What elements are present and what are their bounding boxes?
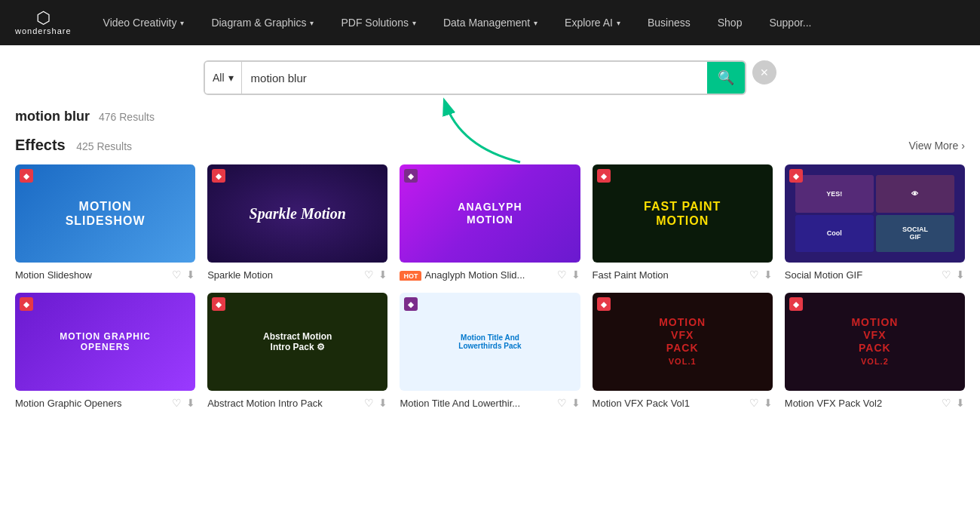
like-button[interactable]: ♡ <box>364 397 374 409</box>
search-button[interactable]: 🔍 <box>707 60 745 95</box>
card-vfx-vol2[interactable]: ◆ MOTIONVFXPACKVOL.2 Motion VFX Pack Vol… <box>785 293 965 409</box>
search-input[interactable] <box>242 72 707 84</box>
card-actions: ♡ ⬇ <box>557 397 580 409</box>
diamond-icon: ◆ <box>216 300 222 309</box>
results-header: motion blur 476 Results <box>0 103 980 128</box>
close-icon: ✕ <box>760 66 769 78</box>
search-box: All ▾ 🔍 <box>204 60 746 95</box>
like-button[interactable]: ♡ <box>749 397 759 409</box>
nav-video-creativity[interactable]: Video Creativity ▾ <box>93 0 195 45</box>
badge-icon: ◆ <box>20 169 33 183</box>
card-info: Sparkle Motion ♡ ⬇ <box>207 269 387 281</box>
like-button[interactable]: ♡ <box>172 269 182 281</box>
card-thumbnail: ◆ Abstract MotionIntro Pack ⚙ <box>207 293 387 391</box>
card-info: Fast Paint Motion ♡ ⬇ <box>593 269 773 281</box>
nav-data-management[interactable]: Data Management ▾ <box>433 0 548 45</box>
section-title-area: Effects 425 Results <box>15 137 132 154</box>
card-vfx-vol1[interactable]: ◆ MOTIONVFXPACKVOL.1 Motion VFX Pack Vol… <box>593 293 773 409</box>
card-thumbnail: ◆ MOTION GRAPHICOPENERS <box>15 293 195 391</box>
nav-business[interactable]: Business <box>637 0 701 45</box>
card-name: Motion Title And Lowerthir... <box>400 398 556 409</box>
download-button[interactable]: ⬇ <box>956 397 965 409</box>
nav-explore-ai[interactable]: Explore AI ▾ <box>554 0 631 45</box>
download-button[interactable]: ⬇ <box>186 397 195 409</box>
download-button[interactable]: ⬇ <box>764 269 773 281</box>
download-button[interactable]: ⬇ <box>571 397 580 409</box>
card-actions: ♡ ⬇ <box>364 269 387 281</box>
like-button[interactable]: ♡ <box>942 397 951 409</box>
card-name: Motion VFX Pack Vol1 <box>593 398 749 409</box>
card-title-pack[interactable]: ◆ Motion Title AndLowerthirds Pack Motio… <box>400 293 580 409</box>
like-button[interactable]: ♡ <box>749 269 759 281</box>
diamond-icon: ◆ <box>601 172 607 180</box>
badge-icon: ◆ <box>789 297 803 311</box>
chevron-right-icon: › <box>961 140 965 152</box>
card-name: HOTAnaglyph Motion Slid... <box>400 269 556 281</box>
download-button[interactable]: ⬇ <box>956 269 965 281</box>
card-fast-paint[interactable]: ◆ FAST PAINTMOTION Fast Paint Motion ♡ ⬇ <box>593 164 773 281</box>
card-name: Social Motion GIF <box>785 269 942 281</box>
nav-pdf-solutions[interactable]: PDF Solutions ▾ <box>330 0 426 45</box>
effects-grid-row1: ◆ MOTIONSLIDESHOW Motion Slideshow ♡ ⬇ ◆ <box>15 164 965 281</box>
like-button[interactable]: ♡ <box>364 269 374 281</box>
badge-icon: ◆ <box>212 297 225 311</box>
section-count: 425 Results <box>76 140 132 152</box>
nav-support[interactable]: Suppor... <box>758 0 822 45</box>
card-name: Fast Paint Motion <box>593 269 749 281</box>
card-thumbnail: ◆ ANAGLYPHMOTION <box>400 164 580 263</box>
card-social-motion[interactable]: ◆ YES! 👁 Cool SOCIALGIF Social Motion GI… <box>785 164 965 281</box>
card-actions: ♡ ⬇ <box>942 397 965 409</box>
nav-shop[interactable]: Shop <box>707 0 753 45</box>
card-thumbnail: ◆ FAST PAINTMOTION <box>593 164 773 263</box>
card-motion-slideshow[interactable]: ◆ MOTIONSLIDESHOW Motion Slideshow ♡ ⬇ <box>15 164 195 281</box>
like-button[interactable]: ♡ <box>942 269 951 281</box>
badge-icon: ◆ <box>597 169 611 183</box>
card-name: Motion Graphic Openers <box>15 398 172 409</box>
thumb-inner: ◆ MOTIONSLIDESHOW <box>15 164 195 263</box>
nav-diagram-graphics[interactable]: Diagram & Graphics ▾ <box>201 0 324 45</box>
card-info: Social Motion GIF ♡ ⬇ <box>785 269 965 281</box>
download-button[interactable]: ⬇ <box>378 269 387 281</box>
card-thumbnail: ◆ Sparkle Motion <box>207 164 387 263</box>
card-actions: ♡ ⬇ <box>172 269 195 281</box>
card-thumbnail: ◆ MOTIONSLIDESHOW <box>15 164 195 263</box>
card-abstract-motion[interactable]: ◆ Abstract MotionIntro Pack ⚙ Abstract M… <box>207 293 387 409</box>
card-name: Motion Slideshow <box>15 269 172 281</box>
card-thumbnail: ◆ Motion Title AndLowerthirds Pack <box>400 293 580 391</box>
effects-grid-row2: ◆ MOTION GRAPHICOPENERS Motion Graphic O… <box>15 293 965 409</box>
clear-search-button[interactable]: ✕ <box>752 60 776 84</box>
badge-icon: ◆ <box>597 297 611 311</box>
diamond-icon: ◆ <box>793 172 799 180</box>
download-button[interactable]: ⬇ <box>378 397 387 409</box>
download-button[interactable]: ⬇ <box>764 397 773 409</box>
like-button[interactable]: ♡ <box>557 397 567 409</box>
card-graphic-openers[interactable]: ◆ MOTION GRAPHICOPENERS Motion Graphic O… <box>15 293 195 409</box>
like-button[interactable]: ♡ <box>172 397 182 409</box>
main-header: ⬡ wondershare Video Creativity ▾ Diagram… <box>0 0 980 45</box>
card-name: Motion VFX Pack Vol2 <box>785 398 942 409</box>
thumb-inner: ◆ Sparkle Motion <box>207 164 387 263</box>
badge-icon: ◆ <box>404 297 418 311</box>
search-category-dropdown[interactable]: All ▾ <box>205 62 242 94</box>
card-sparkle-motion[interactable]: ◆ Sparkle Motion Sparkle Motion ♡ ⬇ <box>207 164 387 281</box>
diamond-icon: ◆ <box>408 300 414 309</box>
card-info: Motion Slideshow ♡ ⬇ <box>15 269 195 281</box>
search-area: All ▾ 🔍 ✕ <box>0 45 980 103</box>
card-actions: ♡ ⬇ <box>364 397 387 409</box>
chevron-down-icon: ▾ <box>228 72 234 84</box>
chevron-icon: ▾ <box>412 19 416 27</box>
thumb-inner: ◆ ANAGLYPHMOTION <box>400 164 580 263</box>
logo[interactable]: ⬡ wondershare <box>15 10 72 35</box>
badge-icon: ◆ <box>20 297 33 311</box>
chevron-icon: ▾ <box>617 19 620 27</box>
thumb-inner: ◆ YES! 👁 Cool SOCIALGIF <box>785 164 965 263</box>
view-more-button[interactable]: View More › <box>908 140 965 152</box>
card-info: Motion VFX Pack Vol2 ♡ ⬇ <box>785 397 965 409</box>
card-actions: ♡ ⬇ <box>749 397 773 409</box>
logo-icon: ⬡ <box>36 10 51 26</box>
download-button[interactable]: ⬇ <box>571 269 580 281</box>
card-anaglyph-motion[interactable]: ◆ ANAGLYPHMOTION HOTAnaglyph Motion Slid… <box>400 164 580 281</box>
card-info: Motion VFX Pack Vol1 ♡ ⬇ <box>593 397 773 409</box>
download-button[interactable]: ⬇ <box>186 269 195 281</box>
like-button[interactable]: ♡ <box>557 269 567 281</box>
